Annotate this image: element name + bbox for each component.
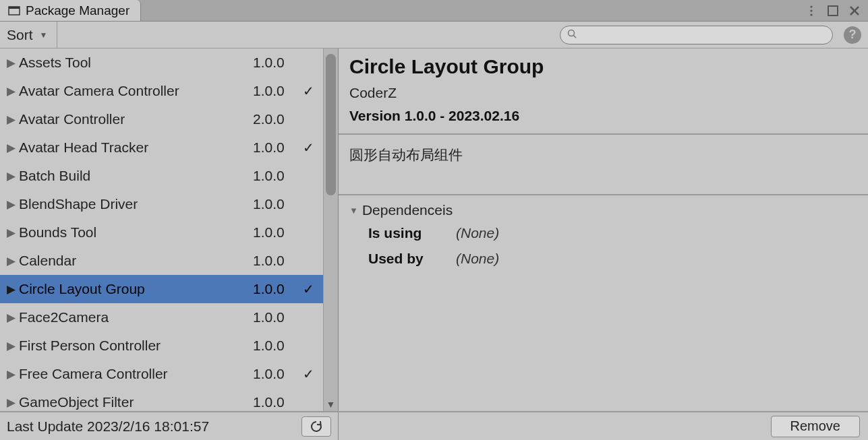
close-icon[interactable] — [848, 4, 861, 18]
package-icon — [8, 5, 20, 17]
chevron-down-icon: ▼ — [349, 206, 358, 216]
last-update-text: Last Update 2023/2/16 18:01:57 — [7, 418, 301, 435]
chevron-right-icon[interactable]: ▶ — [4, 339, 18, 353]
is-using-label: Is using — [368, 225, 456, 241]
package-version: 1.0.0 — [253, 139, 300, 156]
chevron-right-icon[interactable]: ▶ — [4, 197, 18, 212]
refresh-button[interactable] — [301, 416, 331, 437]
sort-dropdown[interactable]: Sort ▼ — [0, 22, 57, 49]
installed-check-icon: ✓ — [300, 83, 316, 99]
chevron-right-icon[interactable]: ▶ — [4, 254, 18, 268]
dependencies-header[interactable]: ▼ Dependenceis — [349, 202, 857, 218]
package-row[interactable]: ▶Face2Camera1.0.0 — [0, 303, 323, 332]
titlebar-controls — [805, 0, 868, 21]
chevron-right-icon[interactable]: ▶ — [4, 226, 18, 240]
scrollbar[interactable]: ▼ — [323, 49, 338, 411]
chevron-down-icon: ▼ — [40, 30, 48, 40]
package-row[interactable]: ▶Circle Layout Group1.0.0✓ — [0, 275, 323, 303]
package-version: 1.0.0 — [253, 224, 300, 241]
search-field[interactable] — [560, 26, 833, 44]
svg-line-9 — [574, 36, 577, 38]
package-version: 1.0.0 — [253, 168, 300, 184]
detail-description: 圆形自动布局组件 — [339, 135, 868, 195]
svg-rect-5 — [828, 6, 838, 15]
package-name: Avatar Controller — [18, 111, 253, 127]
window-tab[interactable]: Package Manager — [0, 0, 141, 21]
package-row[interactable]: ▶Avatar Controller2.0.0 — [0, 105, 323, 133]
dependency-is-using: Is using (None) — [349, 225, 857, 241]
chevron-right-icon[interactable]: ▶ — [4, 84, 18, 98]
detail-author: CoderZ — [349, 85, 857, 101]
package-version: 1.0.0 — [253, 253, 300, 269]
dependencies-section: ▼ Dependenceis Is using (None) Used by (… — [339, 195, 868, 283]
toolbar: Sort ▼ ? — [0, 22, 868, 49]
package-name: Avatar Head Tracker — [18, 139, 253, 156]
package-name: Batch Build — [18, 168, 253, 184]
dependency-used-by: Used by (None) — [349, 251, 857, 267]
used-by-value: (None) — [456, 251, 499, 267]
package-row[interactable]: ▶Assets Tool1.0.0 — [0, 49, 323, 77]
footer-right: Remove — [339, 416, 868, 437]
package-row[interactable]: ▶Avatar Camera Controller1.0.0✓ — [0, 77, 323, 105]
package-row[interactable]: ▶Free Camera Controller1.0.0✓ — [0, 360, 323, 388]
package-row[interactable]: ▶Avatar Head Tracker1.0.0✓ — [0, 133, 323, 162]
footer: Last Update 2023/2/16 18:01:57 Remove — [0, 411, 868, 440]
package-list-pane: ▶Assets Tool1.0.0▶Avatar Camera Controll… — [0, 49, 339, 411]
package-name: BlendShape Driver — [18, 196, 253, 212]
package-row[interactable]: ▶First Person Controller1.0.0 — [0, 332, 323, 360]
package-row[interactable]: ▶Bounds Tool1.0.0 — [0, 218, 323, 247]
scrollbar-thumb[interactable] — [326, 54, 336, 195]
scrollbar-down-arrow[interactable]: ▼ — [324, 399, 338, 410]
chevron-right-icon[interactable]: ▶ — [4, 56, 18, 70]
package-row[interactable]: ▶Batch Build1.0.0 — [0, 162, 323, 190]
is-using-value: (None) — [456, 225, 499, 241]
used-by-label: Used by — [368, 251, 456, 267]
installed-check-icon: ✓ — [300, 139, 316, 156]
search-icon — [567, 29, 577, 40]
package-version: 1.0.0 — [253, 366, 300, 382]
package-row[interactable]: ▶GameObject Filter1.0.0 — [0, 388, 323, 411]
package-row[interactable]: ▶Calendar1.0.0 — [0, 247, 323, 275]
package-list[interactable]: ▶Assets Tool1.0.0▶Avatar Camera Controll… — [0, 49, 323, 411]
svg-point-8 — [569, 30, 575, 36]
chevron-right-icon[interactable]: ▶ — [4, 311, 18, 325]
detail-pane: Circle Layout Group CoderZ Version 1.0.0… — [339, 49, 868, 411]
detail-title: Circle Layout Group — [349, 55, 857, 78]
chevron-right-icon[interactable]: ▶ — [4, 169, 18, 183]
chevron-right-icon[interactable]: ▶ — [4, 282, 18, 296]
titlebar: Package Manager — [0, 0, 868, 22]
detail-version: Version 1.0.0 - 2023.02.16 — [349, 108, 857, 124]
svg-rect-1 — [9, 7, 20, 9]
package-version: 1.0.0 — [253, 83, 300, 99]
package-version: 1.0.0 — [253, 394, 300, 410]
package-name: Calendar — [18, 253, 253, 269]
remove-button[interactable]: Remove — [771, 416, 860, 437]
chevron-right-icon[interactable]: ▶ — [4, 141, 18, 155]
package-name: Assets Tool — [18, 55, 253, 71]
sort-label: Sort — [7, 27, 33, 43]
maximize-icon[interactable] — [826, 4, 840, 18]
package-name: Free Camera Controller — [18, 366, 253, 382]
package-name: GameObject Filter — [18, 394, 253, 410]
installed-check-icon: ✓ — [300, 366, 316, 382]
package-name: Face2Camera — [18, 309, 253, 325]
package-version: 1.0.0 — [253, 338, 300, 354]
detail-header: Circle Layout Group CoderZ Version 1.0.0… — [339, 49, 868, 135]
svg-point-3 — [810, 9, 812, 11]
window-title: Package Manager — [26, 3, 129, 18]
chevron-right-icon[interactable]: ▶ — [4, 396, 18, 410]
search-input[interactable] — [581, 26, 826, 44]
package-version: 1.0.0 — [253, 55, 300, 71]
package-name: Bounds Tool — [18, 224, 253, 241]
svg-point-4 — [810, 13, 812, 15]
chevron-right-icon[interactable]: ▶ — [4, 367, 18, 381]
package-name: Avatar Camera Controller — [18, 83, 253, 99]
more-icon[interactable] — [805, 4, 818, 18]
package-version: 2.0.0 — [253, 111, 300, 127]
svg-point-2 — [810, 5, 812, 7]
chevron-right-icon[interactable]: ▶ — [4, 113, 18, 127]
installed-check-icon: ✓ — [300, 281, 316, 297]
package-version: 1.0.0 — [253, 309, 300, 325]
package-row[interactable]: ▶BlendShape Driver1.0.0 — [0, 190, 323, 218]
help-button[interactable]: ? — [844, 26, 861, 44]
